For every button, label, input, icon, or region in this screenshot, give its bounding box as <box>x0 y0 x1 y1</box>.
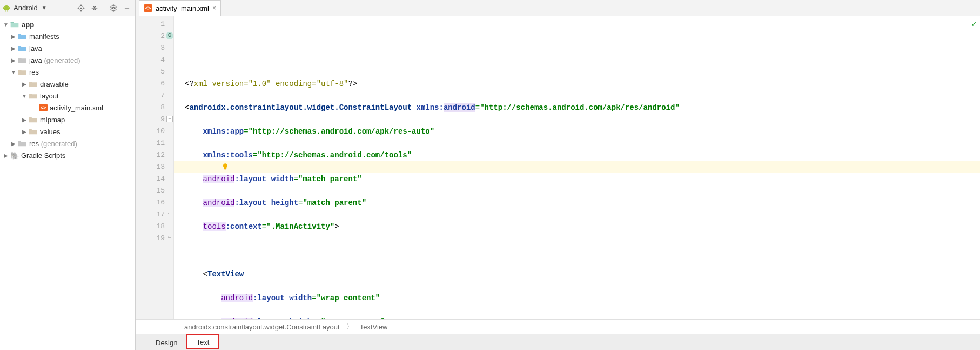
line-number: 17⌙ <box>136 209 173 221</box>
chevron-right-icon: 〉 <box>346 322 353 332</box>
line-number: 18 <box>136 221 173 233</box>
code-editor[interactable]: 1 2C 3 4 5 6 7 8 9− 10 11 12 13 14 15 16… <box>136 16 980 319</box>
tree-label: Gradle Scripts <box>21 151 65 160</box>
fold-end-icon[interactable]: ⌙ <box>166 234 173 242</box>
tree-node-res-generated[interactable]: ▶ res (generated) <box>0 137 135 149</box>
gear-icon[interactable] <box>108 2 119 14</box>
tree-label-suffix: (generated) <box>39 140 77 148</box>
breadcrumb[interactable]: androidx.constraintlayout.widget.Constra… <box>136 319 980 334</box>
line-number: 3 <box>136 42 173 54</box>
line-number: 2C <box>136 30 173 42</box>
svg-rect-0 <box>4 7 9 10</box>
folder-icon <box>17 44 27 52</box>
tree-node-app[interactable]: ▼ app <box>0 18 135 30</box>
line-number: 1 <box>136 18 173 30</box>
fold-icon[interactable]: − <box>166 115 173 123</box>
breadcrumb-item[interactable]: androidx.constraintlayout.widget.Constra… <box>184 323 340 331</box>
svg-point-8 <box>80 8 81 8</box>
check-icon: ✓ <box>971 18 977 30</box>
tree-label: values <box>40 128 61 136</box>
tree-node-manifests[interactable]: ▶ manifests <box>0 30 135 42</box>
editor-tabs-bar: <> activity_main.xml × <box>136 0 980 16</box>
editor-panel: <> activity_main.xml × 1 2C 3 4 5 6 7 8 … <box>136 0 980 350</box>
breadcrumb-item[interactable]: TextView <box>360 323 388 331</box>
chevron-right-icon[interactable]: ▶ <box>10 30 17 42</box>
chevron-down-icon[interactable]: ▼ <box>21 90 28 102</box>
tree-node-java[interactable]: ▶ java <box>0 42 135 54</box>
svg-point-6 <box>7 5 8 6</box>
folder-icon <box>28 80 38 88</box>
line-number: 9− <box>136 114 173 126</box>
chevron-down-icon[interactable]: ▼ <box>2 18 10 30</box>
close-icon[interactable]: × <box>212 4 216 12</box>
sidebar-header: Android ▼ <box>0 0 135 16</box>
tree-label: manifests <box>29 32 59 41</box>
chevron-right-icon[interactable]: ▶ <box>10 42 17 54</box>
folder-icon <box>28 115 38 124</box>
folder-icon <box>17 139 27 148</box>
tree-label: java <box>29 44 42 52</box>
lightbulb-icon[interactable] <box>221 162 230 171</box>
chevron-right-icon[interactable]: ▶ <box>21 78 28 90</box>
project-tree[interactable]: ▼ app ▶ manifests ▶ java ▶ java (generat… <box>0 16 135 350</box>
tree-node-layout[interactable]: ▼ layout <box>0 90 135 102</box>
line-number: 7 <box>136 90 173 102</box>
chevron-right-icon[interactable]: ▶ <box>10 54 17 66</box>
svg-point-5 <box>5 5 5 6</box>
svg-rect-2 <box>9 7 10 9</box>
chevron-right-icon[interactable]: ▶ <box>10 137 17 149</box>
svg-rect-3 <box>5 10 5 12</box>
tree-node-gradle[interactable]: ▶ 🐘 Gradle Scripts <box>0 149 135 161</box>
tree-node-java-generated[interactable]: ▶ java (generated) <box>0 54 135 66</box>
xml-file-icon: <> <box>39 104 48 111</box>
line-number: 5 <box>136 66 173 78</box>
tree-node-values[interactable]: ▶ values <box>0 126 135 137</box>
folder-icon <box>17 32 27 41</box>
editor-tab-activity-main[interactable]: <> activity_main.xml × <box>139 0 221 16</box>
dropdown-icon[interactable]: ▼ <box>41 5 48 11</box>
tree-node-activity-main[interactable]: <> activity_main.xml <box>0 102 135 114</box>
fold-end-icon[interactable]: ⌙ <box>166 210 173 218</box>
tab-text[interactable]: Text <box>186 334 219 349</box>
line-number: 4 <box>136 54 173 66</box>
line-number: 11 <box>136 137 173 149</box>
tree-node-mipmap[interactable]: ▶ mipmap <box>0 114 135 126</box>
tree-label: mipmap <box>40 116 65 124</box>
tree-label: java <box>29 56 42 64</box>
gradle-icon: 🐘 <box>10 151 19 160</box>
folder-icon <box>17 56 27 64</box>
chevron-right-icon[interactable]: ▶ <box>2 149 10 161</box>
svg-rect-4 <box>7 10 8 12</box>
chevron-down-icon[interactable]: ▼ <box>10 66 17 78</box>
tree-label: app <box>22 21 34 29</box>
project-sidebar: Android ▼ ▼ app ▶ manifests ▶ ja <box>0 0 136 350</box>
tree-node-drawable[interactable]: ▶ drawable <box>0 78 135 90</box>
code-area[interactable]: ✓ <?xml version="1.0" encoding="utf-8"?>… <box>174 16 980 319</box>
sidebar-title[interactable]: Android <box>12 4 39 12</box>
svg-rect-16 <box>11 22 14 23</box>
line-number: 6 <box>136 78 173 90</box>
separator <box>104 3 104 13</box>
tree-label: layout <box>40 92 59 100</box>
tree-label: res <box>29 140 39 148</box>
gutter: 1 2C 3 4 5 6 7 8 9− 10 11 12 13 14 15 16… <box>136 16 174 319</box>
line-number: 15 <box>136 185 173 197</box>
xml-file-icon: <> <box>144 4 152 12</box>
line-number: 14 <box>136 173 173 185</box>
svg-point-14 <box>112 7 115 9</box>
class-badge-icon[interactable]: C <box>166 32 173 39</box>
chevron-right-icon[interactable]: ▶ <box>21 114 28 126</box>
tab-design[interactable]: Design <box>146 335 186 350</box>
folder-icon <box>28 91 38 100</box>
collapse-icon[interactable] <box>89 2 100 14</box>
tree-label: activity_main.xml <box>50 104 103 112</box>
folder-icon <box>28 127 38 136</box>
chevron-right-icon[interactable]: ▶ <box>21 126 28 137</box>
line-number: 8 <box>136 102 173 114</box>
tree-node-res[interactable]: ▼ res <box>0 66 135 78</box>
tab-label: activity_main.xml <box>156 4 209 12</box>
svg-rect-17 <box>224 169 226 169</box>
target-icon[interactable] <box>75 2 87 14</box>
android-icon <box>2 4 11 12</box>
minimize-icon[interactable] <box>121 2 133 14</box>
